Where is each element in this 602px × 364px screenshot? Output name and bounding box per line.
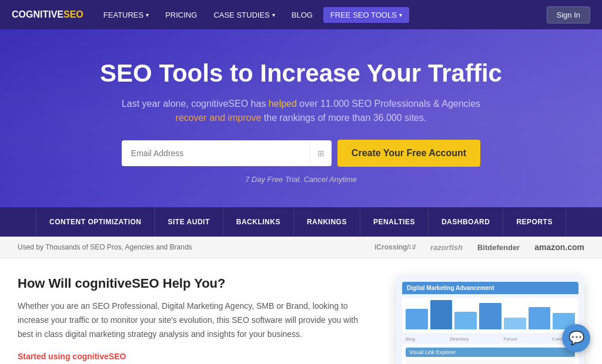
hero-subtitle-line1: Last year alone, cognitiveSEO has helped… (12, 99, 590, 109)
bar-5 (504, 318, 526, 329)
create-account-button[interactable]: Create Your Free Account (337, 140, 480, 167)
chat-button[interactable]: 💬 (562, 324, 590, 352)
nav-pricing[interactable]: PRICING (157, 0, 205, 29)
chevron-down-icon: ▾ (272, 12, 275, 18)
feature-reports[interactable]: REPORTS (503, 207, 566, 237)
node-graph (406, 360, 575, 364)
dashboard-illustration: Digital Marketing Advancement Bing Direc… (396, 276, 584, 364)
sign-in-button[interactable]: Sign In (547, 6, 590, 23)
feature-backlinks[interactable]: BACKLINKS (223, 207, 294, 237)
dashboard-mockup: Digital Marketing Advancement Bing Direc… (396, 276, 584, 364)
logo-amazon: amazon.com (534, 242, 584, 252)
main-content: How Will cognitiveSEO Help You? Whether … (0, 258, 602, 364)
brand-cognitive: COGNITIVE (12, 9, 63, 20)
visual-link-explorer-label: Visual Link Explorer (406, 348, 575, 357)
hero-subtitle-line2: recover and improve the rankings of more… (12, 113, 590, 123)
logo-bitdefender: Bitdefender (477, 243, 520, 252)
navbar: COGNITIVESEO FEATURES ▾ PRICING CASE STU… (0, 0, 602, 29)
bar-3 (454, 312, 477, 329)
nav-items: FEATURES ▾ PRICING CASE STUDIES ▾ BLOG F… (95, 0, 547, 29)
bar-4 (479, 303, 501, 329)
highlight-recover: recover and improve (176, 113, 262, 123)
hero-cta-area: ⊞ Create Your Free Account (12, 140, 590, 167)
trusted-bar: Used by Thousands of SEO Pros, Agencies … (0, 237, 602, 258)
feature-rankings[interactable]: RANKINGS (294, 207, 360, 237)
nav-blog[interactable]: BLOG (283, 0, 321, 29)
brand-logo[interactable]: COGNITIVESEO (12, 9, 83, 20)
hero-section: SEO Tools to Increase Your Traffic Last … (0, 29, 602, 207)
feature-site-audit[interactable]: SITE AUDIT (155, 207, 223, 237)
started-using-link[interactable]: Started using cognitiveSEO (18, 352, 126, 361)
bar-labels: Bing Directory Forum Commerce (402, 336, 578, 344)
dashboard-bottom: Visual Link Explorer (402, 344, 578, 364)
chevron-down-icon: ▾ (146, 12, 149, 18)
hero-title: SEO Tools to Increase Your Traffic (12, 59, 590, 88)
dashboard-top-label: Digital Marketing Advancement (402, 282, 578, 294)
features-bar: CONTENT OPTIMIZATION SITE AUDIT BACKLINK… (0, 207, 602, 237)
nav-features[interactable]: FEATURES ▾ (95, 0, 157, 29)
bar-2 (430, 300, 453, 329)
logo-razorfish: razorfish (430, 243, 463, 252)
nav-case-studies[interactable]: CASE STUDIES ▾ (205, 0, 283, 29)
trial-text: 7 Day Free Trial. Cancel Anytime (12, 175, 590, 184)
feature-content-optimization[interactable]: CONTENT OPTIMIZATION (36, 207, 155, 237)
chevron-down-icon: ▾ (399, 12, 402, 18)
feature-dashboard[interactable]: DASHBOARD (429, 207, 504, 237)
bar-1 (406, 309, 428, 329)
email-field[interactable] (122, 140, 310, 166)
trusted-logos: iCrossing/∷/ razorfish Bitdefender amazo… (210, 242, 584, 252)
main-description: Whether you are an SEO Professional, Dig… (18, 299, 373, 341)
nav-free-seo-tools[interactable]: FREE SEO TOOLS ▾ (323, 7, 409, 23)
brand-seo: SEO (63, 9, 83, 20)
email-icon: ⊞ (310, 140, 332, 166)
main-text-area: How Will cognitiveSEO Help You? Whether … (18, 276, 373, 361)
highlight-helped: helped (269, 99, 297, 109)
dashboard-bar-chart (402, 298, 578, 333)
main-title: How Will cognitiveSEO Help You? (18, 276, 373, 291)
trusted-text: Used by Thousands of SEO Pros, Agencies … (18, 243, 192, 251)
link-graph-svg (406, 360, 575, 364)
bar-6 (529, 307, 551, 329)
logo-icrossing: iCrossing/∷/ (374, 243, 416, 251)
feature-penalties[interactable]: PENALTIES (360, 207, 429, 237)
